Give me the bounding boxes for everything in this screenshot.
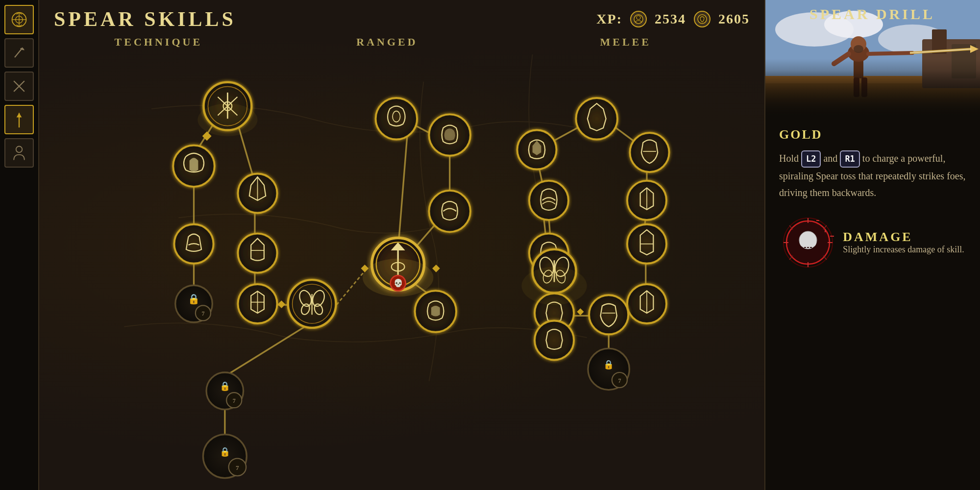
xp-value-2: 2605 (718, 11, 750, 27)
category-technique: TECHNIQUE (115, 36, 202, 48)
svg-point-132 (854, 45, 863, 53)
node-m13[interactable]: 🔒 7 (588, 348, 629, 390)
svg-point-56 (238, 234, 277, 273)
blades-icon (10, 77, 28, 95)
skill-tree-canvas: 🔒 7 🔒 7 (39, 0, 764, 490)
damage-icon (781, 216, 835, 270)
svg-line-136 (910, 49, 971, 53)
svg-point-123 (878, 24, 947, 54)
svg-line-21 (227, 324, 309, 374)
svg-text:7: 7 (236, 464, 239, 471)
svg-rect-20 (278, 300, 286, 308)
svg-rect-124 (765, 78, 980, 118)
svg-point-93 (630, 133, 669, 172)
xp-display: XP: 2534 2605 (596, 11, 750, 27)
svg-line-134 (868, 53, 912, 54)
damage-section: DAMAGE Slightly increases damage of skil… (779, 211, 966, 270)
sidebar-item-emblem[interactable] (4, 5, 34, 34)
svg-point-111 (589, 295, 628, 334)
axe-icon (10, 44, 28, 62)
node-m5[interactable] (627, 181, 666, 220)
node-r2[interactable] (429, 114, 470, 155)
svg-line-133 (834, 54, 849, 64)
button-l2: L2 (801, 150, 821, 168)
svg-text:🔒: 🔒 (220, 381, 231, 392)
svg-text:🔒: 🔒 (220, 446, 231, 457)
node-t7[interactable] (238, 284, 277, 323)
svg-text:7: 7 (618, 377, 621, 384)
node-m4[interactable] (529, 181, 568, 220)
svg-text:7: 7 (233, 397, 236, 404)
sidebar-item-spear[interactable] (4, 105, 34, 134)
sidebar-item-blades[interactable] (4, 72, 34, 101)
sidebar-item-character[interactable] (4, 138, 34, 168)
detail-content: GOLD Hold L2 and R1 to charge a powerful… (765, 118, 980, 490)
node-t2[interactable] (173, 146, 214, 187)
node-r3[interactable] (429, 191, 470, 232)
xp-value-1: 2534 (655, 11, 686, 27)
node-t8[interactable] (288, 280, 336, 328)
node-m3[interactable] (630, 133, 669, 172)
node-m12[interactable] (589, 295, 628, 334)
page-title: SPEAR SKILLS (54, 7, 236, 31)
node-r1[interactable] (376, 98, 417, 139)
node-t5[interactable] (238, 234, 277, 273)
svg-rect-128 (952, 44, 976, 78)
damage-label: DAMAGE (843, 230, 964, 245)
svg-rect-125 (765, 76, 980, 83)
character-icon (10, 144, 28, 162)
sidebar-item-axe[interactable] (4, 38, 34, 68)
node-m2[interactable] (517, 130, 557, 170)
button-r1: R1 (840, 150, 859, 168)
xp-icon-2 (694, 11, 710, 27)
svg-point-91 (576, 98, 617, 139)
svg-rect-137 (854, 77, 859, 97)
node-m11[interactable] (535, 320, 574, 360)
svg-point-131 (851, 36, 866, 52)
node-m7[interactable] (627, 224, 666, 264)
spear-icon (10, 111, 28, 128)
svg-point-117 (197, 103, 257, 136)
svg-line-135 (910, 49, 971, 53)
svg-text:🔒: 🔒 (603, 359, 614, 370)
svg-line-25 (398, 135, 407, 251)
svg-text:🔒: 🔒 (188, 293, 200, 305)
sidebar (0, 0, 39, 490)
node-t10[interactable]: 🔒 7 (203, 435, 246, 478)
svg-rect-129 (854, 49, 863, 78)
xp-label: XP: (596, 11, 622, 27)
svg-point-130 (848, 44, 869, 62)
xp-icon-1 (630, 11, 647, 27)
node-t3[interactable] (238, 173, 277, 213)
detail-panel: GOLD Hold L2 and R1 to charge a powerful… (764, 0, 980, 490)
category-melee: MELEE (600, 36, 651, 48)
svg-point-110 (535, 320, 574, 360)
damage-desc: Slightly increases damage of skill. (843, 245, 964, 255)
svg-point-95 (529, 181, 568, 220)
svg-point-118 (363, 259, 433, 297)
category-ranged: RANGED (356, 36, 417, 48)
svg-point-83 (429, 191, 470, 232)
skill-name: SPEAR DRILL (764, 6, 980, 23)
svg-point-119 (521, 267, 587, 305)
svg-line-19 (337, 272, 364, 305)
header-row: SPEAR SKILLS XP: 2534 2605 (39, 0, 764, 33)
svg-point-7 (16, 147, 23, 153)
skill-tree-area: SPEAR SKILLS XP: 2534 2605 TECHN (39, 0, 764, 490)
svg-rect-30 (432, 265, 440, 272)
svg-rect-45 (577, 308, 584, 315)
node-t6[interactable]: 🔒 7 (175, 285, 213, 322)
skill-description: Hold L2 and R1 to charge a powerful, spi… (779, 150, 966, 201)
svg-rect-138 (861, 77, 867, 97)
node-m10[interactable] (627, 284, 666, 323)
svg-point-80 (376, 98, 417, 139)
svg-rect-126 (922, 39, 980, 88)
node-t4[interactable] (174, 224, 214, 264)
skill-quality: GOLD (779, 127, 966, 142)
node-t9[interactable]: 🔒 7 (206, 372, 244, 410)
svg-text:7: 7 (201, 310, 204, 317)
svg-rect-127 (932, 29, 947, 54)
node-m1[interactable] (576, 98, 617, 139)
node-r5[interactable] (415, 291, 456, 332)
emblem-icon (10, 11, 28, 28)
